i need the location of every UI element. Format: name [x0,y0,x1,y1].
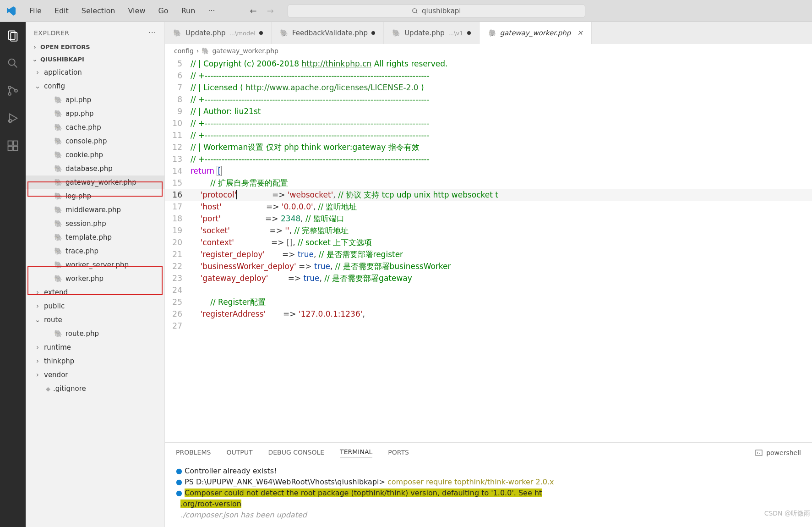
search-text: qiushibkapi [422,7,461,15]
vscode-logo [5,5,16,16]
menu-run[interactable]: Run [175,4,202,18]
menu-view[interactable]: View [122,4,152,18]
svg-point-0 [413,8,417,12]
nav-forward-icon[interactable]: → [267,6,274,16]
menu-file[interactable]: File [23,4,48,18]
svg-line-1 [416,12,418,13]
menu-bar: File Edit Selection View Go Run ··· [0,4,227,18]
menu-edit[interactable]: Edit [48,4,75,18]
menu-go[interactable]: Go [152,4,174,18]
search-icon [412,8,418,14]
title-bar: File Edit Selection View Go Run ··· ← → … [0,0,812,22]
command-center[interactable]: qiushibkapi [288,4,585,18]
menu-selection[interactable]: Selection [75,4,122,18]
nav-back-icon[interactable]: ← [250,6,257,16]
menu-overflow-icon[interactable]: ··· [202,4,221,18]
